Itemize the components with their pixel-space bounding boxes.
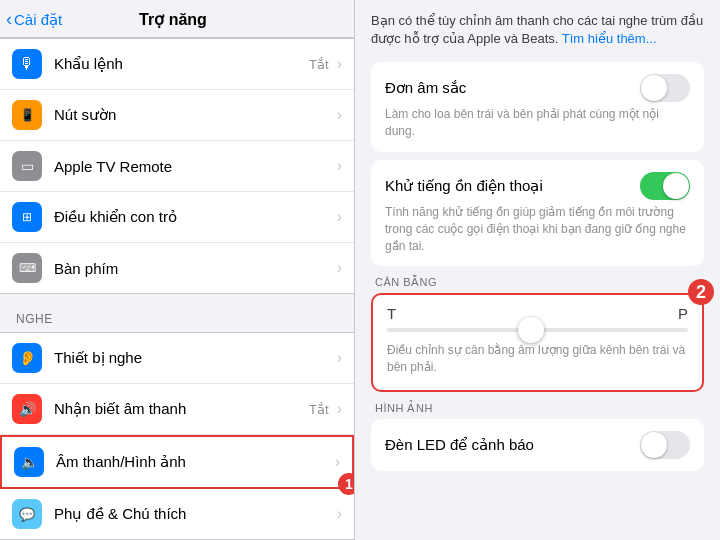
thiet-bi-nghe-right: ›	[337, 349, 342, 367]
dieu-khien-icon: ⊞	[12, 202, 42, 232]
khau-lenh-label: Khẩu lệnh	[54, 55, 309, 73]
am-thanh-label: Âm thanh/Hình ảnh	[56, 453, 335, 471]
hinh-anh-label: HÌNH ẢNH	[375, 402, 704, 415]
am-thanh-icon: 🔈	[14, 447, 44, 477]
chevron-icon: ›	[335, 453, 340, 471]
settings-list: 🎙 Khẩu lệnh Tắt › 📱 Nút sườn › ▭ Apple T…	[0, 38, 354, 540]
nut-suon-label: Nút sườn	[54, 106, 337, 124]
khu-tieng-on-row: Khử tiếng ồn điện thoại Tính năng khử ti…	[371, 160, 704, 266]
balance-desc: Điều chỉnh sự cân bằng âm lượng giữa kên…	[387, 342, 688, 376]
toggle-thumb	[641, 432, 667, 458]
khau-lenh-badge: Tắt	[309, 57, 329, 72]
balance-right-label: P	[678, 305, 688, 322]
don-am-sac-title: Đơn âm sắc	[385, 79, 466, 97]
back-button[interactable]: ‹ Cài đặt	[6, 9, 62, 30]
ban-phim-label: Bàn phím	[54, 260, 337, 277]
nhan-biet-right: Tắt ›	[309, 400, 342, 418]
chevron-icon: ›	[337, 55, 342, 73]
can-bang-box: T P Điều chỉnh sự cân bằng âm lượng giữa…	[371, 293, 704, 392]
nghe-section-header: NGHE	[0, 294, 354, 332]
can-bang-section-label: CÂN BẰNG	[375, 276, 704, 289]
sidebar-item-nut-suon[interactable]: 📱 Nút sườn ›	[0, 90, 354, 141]
don-am-sac-header: Đơn âm sắc	[385, 74, 690, 102]
left-panel: ‹ Cài đặt Trợ năng 🎙 Khẩu lệnh Tắt › 📱 N…	[0, 0, 355, 540]
ban-phim-right: ›	[337, 259, 342, 277]
back-chevron-icon: ‹	[6, 9, 12, 30]
chevron-icon: ›	[337, 349, 342, 367]
thiet-bi-nghe-icon: 👂	[12, 343, 42, 373]
toggle-thumb	[641, 75, 667, 101]
apple-tv-remote-label: Apple TV Remote	[54, 158, 337, 175]
sidebar-item-ban-phim[interactable]: ⌨ Bàn phím ›	[0, 243, 354, 293]
nav-header: ‹ Cài đặt Trợ năng	[0, 0, 354, 38]
nghe-section-group: 👂 Thiết bị nghe › 🔊 Nhận biết âm thanh T…	[0, 332, 354, 540]
don-am-sac-toggle[interactable]	[640, 74, 690, 102]
chevron-icon: ›	[337, 259, 342, 277]
page-title: Trợ năng	[139, 10, 207, 29]
sidebar-item-am-thanh-hinh-anh[interactable]: 🔈 Âm thanh/Hình ảnh › 1	[0, 435, 354, 489]
sidebar-item-dieu-khien-con-tro[interactable]: ⊞ Điều khiển con trỏ ›	[0, 192, 354, 243]
can-bang-wrapper: T P Điều chỉnh sự cân bằng âm lượng giữa…	[371, 293, 704, 392]
khau-lenh-right: Tắt ›	[309, 55, 342, 73]
khu-tieng-on-header: Khử tiếng ồn điện thoại	[385, 172, 690, 200]
sidebar-item-khau-lenh[interactable]: 🎙 Khẩu lệnh Tắt ›	[0, 39, 354, 90]
nhan-biet-icon: 🔊	[12, 394, 42, 424]
right-intro-text: Bạn có thể tùy chỉnh âm thanh cho các ta…	[371, 12, 704, 48]
khu-tieng-on-desc: Tính năng khử tiếng ồn giúp giảm tiếng ồ…	[385, 204, 690, 254]
nut-suon-right: ›	[337, 106, 342, 124]
back-label: Cài đặt	[14, 11, 62, 29]
right-panel: Bạn có thể tùy chỉnh âm thanh cho các ta…	[355, 0, 720, 540]
chevron-icon: ›	[337, 505, 342, 523]
am-thanh-right: ›	[335, 453, 340, 471]
chevron-icon: ›	[337, 157, 342, 175]
sidebar-item-thiet-bi-nghe[interactable]: 👂 Thiết bị nghe ›	[0, 333, 354, 384]
den-led-title: Đèn LED để cảnh báo	[385, 436, 534, 454]
dieu-khien-label: Điều khiển con trỏ	[54, 208, 337, 226]
thiet-bi-nghe-label: Thiết bị nghe	[54, 349, 337, 367]
don-am-sac-desc: Làm cho loa bên trái và bên phải phát cù…	[385, 106, 690, 140]
toggle-thumb	[663, 173, 689, 199]
slider-thumb[interactable]	[518, 317, 544, 343]
dieu-khien-right: ›	[337, 208, 342, 226]
balance-left-label: T	[387, 305, 396, 322]
khu-tieng-on-title: Khử tiếng ồn điện thoại	[385, 177, 543, 195]
sidebar-item-nhan-biet-am-thanh[interactable]: 🔊 Nhận biết âm thanh Tắt ›	[0, 384, 354, 435]
badge-1: 1	[338, 473, 354, 495]
phu-de-label: Phụ đề & Chú thích	[54, 505, 337, 523]
ban-phim-icon: ⌨	[12, 253, 42, 283]
nut-suon-icon: 📱	[12, 100, 42, 130]
don-am-sac-row: Đơn âm sắc Làm cho loa bên trái và bên p…	[371, 62, 704, 152]
nhan-biet-badge: Tắt	[309, 402, 329, 417]
chevron-icon: ›	[337, 208, 342, 226]
den-led-toggle[interactable]	[640, 431, 690, 459]
phu-de-icon: 💬	[12, 499, 42, 529]
sidebar-item-apple-tv-remote[interactable]: ▭ Apple TV Remote ›	[0, 141, 354, 192]
right-content: Bạn có thể tùy chỉnh âm thanh cho các ta…	[355, 0, 720, 483]
balance-slider-track[interactable]	[387, 328, 688, 332]
chevron-icon: ›	[337, 106, 342, 124]
badge-2: 2	[688, 279, 714, 305]
apple-tv-remote-icon: ▭	[12, 151, 42, 181]
sidebar-item-phu-de[interactable]: 💬 Phụ đề & Chú thích ›	[0, 489, 354, 539]
khau-lenh-icon: 🎙	[12, 49, 42, 79]
phu-de-right: ›	[337, 505, 342, 523]
den-led-row: Đèn LED để cảnh báo	[371, 419, 704, 471]
slider-fill	[387, 328, 531, 332]
find-out-more-link[interactable]: Tìm hiểu thêm...	[562, 31, 657, 46]
nhan-biet-label: Nhận biết âm thanh	[54, 400, 309, 418]
chevron-icon: ›	[337, 400, 342, 418]
khu-tieng-on-toggle[interactable]	[640, 172, 690, 200]
apple-tv-remote-right: ›	[337, 157, 342, 175]
top-section-group: 🎙 Khẩu lệnh Tắt › 📱 Nút sườn › ▭ Apple T…	[0, 38, 354, 294]
